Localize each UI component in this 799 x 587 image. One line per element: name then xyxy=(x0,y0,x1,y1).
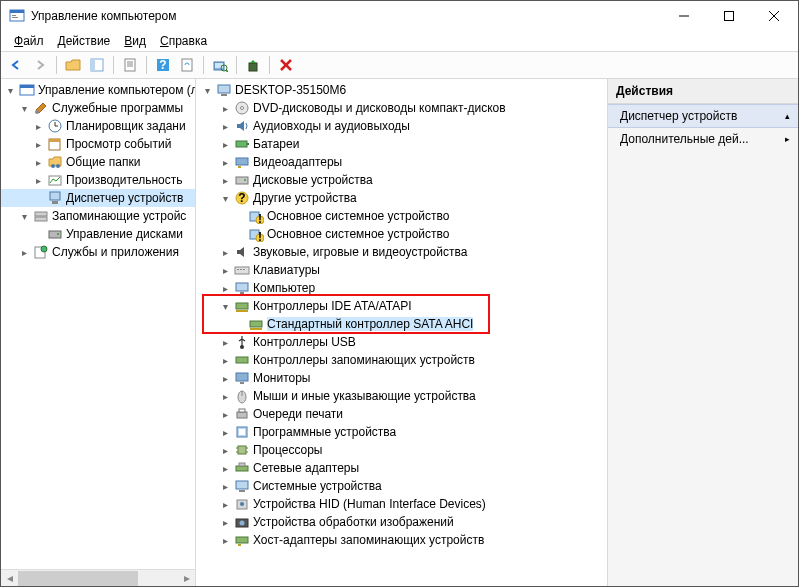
tree-imaging-devices[interactable]: ▸Устройства обработки изображений xyxy=(196,513,607,531)
tree-performance[interactable]: ▸ Производительность xyxy=(1,171,195,189)
help-button[interactable]: ? xyxy=(152,54,174,76)
tree-sound[interactable]: ▸Звуковые, игровые и видеоустройства xyxy=(196,243,607,261)
svg-point-40 xyxy=(57,233,59,235)
tree-monitors[interactable]: ▸Мониторы xyxy=(196,369,607,387)
tree-services[interactable]: ▸ Службы и приложения xyxy=(1,243,195,261)
chevron-right-icon[interactable]: ▸ xyxy=(218,101,232,115)
tree-label: Службы и приложения xyxy=(52,245,179,259)
tree-storage-host-adapters[interactable]: ▸Хост-адаптеры запоминающих устройств xyxy=(196,531,607,549)
chevron-right-icon[interactable]: ▸ xyxy=(218,155,232,169)
chevron-right-icon[interactable]: ▸ xyxy=(218,173,232,187)
tree-label: Батареи xyxy=(253,137,299,151)
back-button[interactable] xyxy=(5,54,27,76)
menu-view[interactable]: Вид xyxy=(117,32,153,50)
svg-rect-80 xyxy=(239,429,245,435)
forward-button[interactable] xyxy=(29,54,51,76)
actions-more[interactable]: Дополнительные дей... ▸ xyxy=(608,128,798,150)
tree-network-adapters[interactable]: ▸Сетевые адаптеры xyxy=(196,459,607,477)
tree-audio[interactable]: ▸Аудиовходы и аудиовыходы xyxy=(196,117,607,135)
tree-software-devices[interactable]: ▸Программные устройства xyxy=(196,423,607,441)
tree-mice[interactable]: ▸Мыши и иные указывающие устройства xyxy=(196,387,607,405)
tree-computer-root[interactable]: ▾ DESKTOP-35150M6 xyxy=(196,81,607,99)
chevron-right-icon[interactable]: ▸ xyxy=(218,533,232,547)
tree-label: Мыши и иные указывающие устройства xyxy=(253,389,476,403)
scope-scrollbar-h[interactable]: ◂▸ xyxy=(1,569,195,586)
chevron-down-icon[interactable]: ▾ xyxy=(17,209,31,223)
tree-print-queues[interactable]: ▸Очереди печати xyxy=(196,405,607,423)
chevron-right-icon[interactable]: ▸ xyxy=(17,245,31,259)
tree-shared-folders[interactable]: ▸ Общие папки xyxy=(1,153,195,171)
update-driver-button[interactable] xyxy=(242,54,264,76)
tree-system-devices[interactable]: ▸Системные устройства xyxy=(196,477,607,495)
result-pane: ▾ DESKTOP-35150M6 ▸DVD-дисководы и диско… xyxy=(196,79,608,586)
tree-storage[interactable]: ▾ Запоминающие устройс xyxy=(1,207,195,225)
chevron-right-icon[interactable]: ▸ xyxy=(218,371,232,385)
tree-event-viewer[interactable]: ▸ Просмотр событий xyxy=(1,135,195,153)
collapse-icon: ▴ xyxy=(785,111,790,121)
tree-keyboards[interactable]: ▸Клавиатуры xyxy=(196,261,607,279)
chevron-down-icon[interactable]: ▾ xyxy=(218,299,232,313)
tree-hid[interactable]: ▸Устройства HID (Human Interface Devices… xyxy=(196,495,607,513)
tree-usb-controllers[interactable]: ▸Контроллеры USB xyxy=(196,333,607,351)
svg-rect-21 xyxy=(249,63,257,71)
tree-system-tools[interactable]: ▾ Служебные программы xyxy=(1,99,195,117)
scope-tree: ▾ Управление компьютером (л ▾ Служебные … xyxy=(1,79,195,569)
tree-ide-controllers[interactable]: ▾Контроллеры IDE ATA/ATAPI xyxy=(196,297,607,315)
scan-button[interactable] xyxy=(209,54,231,76)
tree-disk-drives[interactable]: ▸Дисковые устройства xyxy=(196,171,607,189)
menu-help[interactable]: Справка xyxy=(153,32,214,50)
toolbar: ? xyxy=(1,51,798,79)
chevron-down-icon[interactable]: ▾ xyxy=(3,83,17,97)
chevron-right-icon[interactable]: ▸ xyxy=(31,173,45,187)
chevron-down-icon[interactable]: ▾ xyxy=(200,83,214,97)
tree-other-devices[interactable]: ▾?Другие устройства xyxy=(196,189,607,207)
uninstall-button[interactable] xyxy=(275,54,297,76)
chevron-right-icon[interactable]: ▸ xyxy=(218,137,232,151)
tree-display-adapters[interactable]: ▸Видеоадаптеры xyxy=(196,153,607,171)
chevron-right-icon[interactable]: ▸ xyxy=(218,461,232,475)
chevron-right-icon[interactable]: ▸ xyxy=(218,335,232,349)
tree-computer-category[interactable]: ▸Компьютер xyxy=(196,279,607,297)
chevron-right-icon[interactable]: ▸ xyxy=(31,137,45,151)
tree-task-scheduler[interactable]: ▸ Планировщик задани xyxy=(1,117,195,135)
tree-label: Программные устройства xyxy=(253,425,396,439)
tree-other-system-device[interactable]: !Основное системное устройство xyxy=(196,207,607,225)
chevron-right-icon[interactable]: ▸ xyxy=(218,479,232,493)
chevron-right-icon[interactable]: ▸ xyxy=(31,119,45,133)
actions-section-device-manager[interactable]: Диспетчер устройств ▴ xyxy=(608,104,798,128)
chevron-right-icon[interactable]: ▸ xyxy=(218,119,232,133)
menu-file[interactable]: Файл xyxy=(7,32,51,50)
maximize-button[interactable] xyxy=(706,2,751,30)
chevron-right-icon[interactable]: ▸ xyxy=(218,281,232,295)
properties-button[interactable] xyxy=(119,54,141,76)
chevron-right-icon[interactable]: ▸ xyxy=(218,425,232,439)
chevron-right-icon[interactable]: ▸ xyxy=(218,515,232,529)
chevron-down-icon[interactable]: ▾ xyxy=(218,191,232,205)
tree-dvd[interactable]: ▸DVD-дисководы и дисководы компакт-диско… xyxy=(196,99,607,117)
refresh-button[interactable] xyxy=(176,54,198,76)
tree-label: Видеоадаптеры xyxy=(253,155,342,169)
menu-action[interactable]: Действие xyxy=(51,32,118,50)
tree-label: Контроллеры запоминающих устройств xyxy=(253,353,475,367)
close-button[interactable] xyxy=(751,2,796,30)
tree-root-computer-mgmt[interactable]: ▾ Управление компьютером (л xyxy=(1,81,195,99)
tree-battery[interactable]: ▸Батареи xyxy=(196,135,607,153)
chevron-right-icon[interactable]: ▸ xyxy=(218,497,232,511)
tree-storage-controllers[interactable]: ▸Контроллеры запоминающих устройств xyxy=(196,351,607,369)
tree-sata-ahci[interactable]: Стандартный контроллер SATA AHCI xyxy=(196,315,607,333)
tree-other-system-device[interactable]: !Основное системное устройство xyxy=(196,225,607,243)
tree-device-manager[interactable]: Диспетчер устройств xyxy=(1,189,195,207)
tree-processors[interactable]: ▸Процессоры xyxy=(196,441,607,459)
tree-disk-management[interactable]: Управление дисками xyxy=(1,225,195,243)
chevron-down-icon[interactable]: ▾ xyxy=(17,101,31,115)
chevron-right-icon[interactable]: ▸ xyxy=(31,155,45,169)
show-hide-tree-button[interactable] xyxy=(86,54,108,76)
up-button[interactable] xyxy=(62,54,84,76)
minimize-button[interactable] xyxy=(661,2,706,30)
chevron-right-icon[interactable]: ▸ xyxy=(218,443,232,457)
chevron-right-icon[interactable]: ▸ xyxy=(218,389,232,403)
chevron-right-icon[interactable]: ▸ xyxy=(218,407,232,421)
chevron-right-icon[interactable]: ▸ xyxy=(218,353,232,367)
chevron-right-icon[interactable]: ▸ xyxy=(218,263,232,277)
chevron-right-icon[interactable]: ▸ xyxy=(218,245,232,259)
